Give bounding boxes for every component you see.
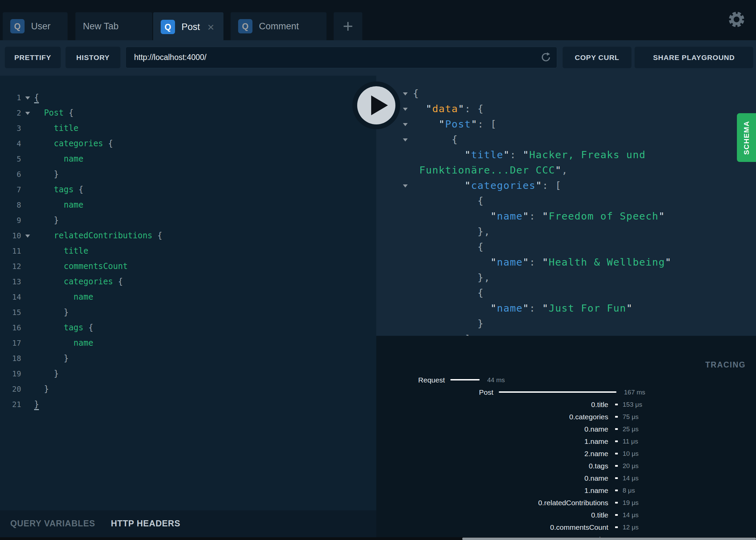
- line-number: 1: [0, 90, 21, 105]
- fold-arrow-icon[interactable]: [25, 96, 30, 100]
- fold-arrow-icon[interactable]: [25, 235, 30, 238]
- tracing-row: 0.categories13 μs: [376, 534, 756, 537]
- graphql-playground-window: Q User New Tab Q Post × Q Comment + PRET…: [0, 0, 756, 540]
- endpoint-url-value: http://localhost:4000/: [134, 53, 206, 62]
- query-code-text: {: [34, 90, 39, 105]
- tracing-duration-bar: [615, 416, 618, 418]
- prettify-button[interactable]: PRETTIFY: [5, 47, 61, 68]
- query-code-text: tags {: [34, 320, 93, 335]
- tracing-span-label: Post: [479, 386, 493, 399]
- editor-line: 11 title: [0, 243, 376, 259]
- query-code-text: }: [34, 305, 69, 320]
- share-playground-button[interactable]: SHARE PLAYGROUND: [635, 47, 753, 68]
- query-variables-tab[interactable]: QUERY VARIABLES: [10, 519, 95, 528]
- query-code-text: name: [34, 289, 93, 305]
- line-number: 2: [0, 105, 21, 121]
- query-code-text: name: [34, 197, 84, 213]
- tracing-span-label: 1.name: [584, 484, 608, 497]
- editor-line: 17 name: [0, 335, 376, 351]
- query-code-text: categories {: [34, 274, 123, 289]
- response-line: },: [376, 270, 756, 285]
- tracing-span-label: 1.name: [584, 435, 608, 448]
- editor-line: 21}: [0, 397, 376, 412]
- tracing-row: 0.categories75 μs: [376, 411, 756, 423]
- query-code-text: name: [34, 151, 84, 167]
- response-line: ]: [376, 331, 756, 336]
- fold-arrow-icon[interactable]: [403, 123, 408, 126]
- tab-user[interactable]: Q User: [3, 12, 68, 40]
- tracing-span-label: 0.title: [591, 399, 608, 411]
- http-headers-tab[interactable]: HTTP HEADERS: [111, 519, 180, 528]
- tracing-span-label: 0.categories: [569, 534, 608, 537]
- response-json-text: "data": {: [413, 101, 484, 117]
- line-number: 14: [0, 289, 21, 305]
- tab-new-tab[interactable]: New Tab: [75, 12, 152, 40]
- plus-icon: +: [343, 17, 353, 35]
- line-number: 7: [0, 182, 21, 197]
- horizontal-scrollbar[interactable]: [462, 538, 756, 540]
- tab-comment[interactable]: Q Comment: [231, 12, 326, 40]
- query-code-text: relatedContributions {: [34, 228, 162, 243]
- editor-line: 15 }: [0, 305, 376, 320]
- fold-arrow-icon[interactable]: [403, 184, 408, 188]
- tab-label: New Tab: [83, 21, 119, 32]
- tracing-row: 0.commentsCount12 μs: [376, 521, 756, 534]
- fold-arrow-icon[interactable]: [403, 138, 408, 141]
- response-json-text: "name": "Health & Wellbeing": [413, 255, 671, 270]
- query-badge: Q: [161, 20, 175, 34]
- response-line: "title": "Hacker, Freaks und: [376, 147, 756, 163]
- response-json-text: "name": "Just For Fun": [413, 301, 633, 316]
- tracing-span-duration: 13 μs: [623, 534, 639, 537]
- query-editor[interactable]: 1{2 Post {3 title4 categories {5 name6 }…: [0, 76, 376, 510]
- query-badge: Q: [10, 19, 25, 33]
- tab-label: User: [31, 21, 50, 32]
- settings-gear-icon[interactable]: [727, 10, 746, 29]
- line-number: 4: [0, 136, 21, 151]
- tracing-row: 0.relatedContributions19 μs: [376, 497, 756, 509]
- tracing-span-duration: 19 μs: [623, 497, 639, 509]
- editor-line: 6 }: [0, 167, 376, 182]
- history-button[interactable]: HISTORY: [66, 47, 120, 68]
- add-tab-button[interactable]: +: [334, 12, 362, 40]
- tracing-duration-bar: [615, 514, 618, 516]
- endpoint-url-input[interactable]: http://localhost:4000/: [126, 47, 557, 68]
- query-code-text: }: [34, 366, 59, 381]
- tracing-duration-bar: [499, 391, 616, 393]
- tracing-duration-bar: [615, 404, 618, 405]
- line-number: 10: [0, 228, 21, 243]
- tracing-span-label: 0.title: [591, 509, 608, 521]
- line-number: 18: [0, 351, 21, 366]
- copy-curl-button[interactable]: COPY CURL: [563, 47, 631, 68]
- response-line: "data": {: [376, 101, 756, 117]
- tracing-span-label: 0.name: [584, 472, 608, 484]
- schema-side-tab[interactable]: SCHEMA: [737, 113, 756, 162]
- tab-post[interactable]: Q Post ×: [153, 12, 223, 42]
- editor-line: 9 }: [0, 213, 376, 228]
- tracing-span-label: 0.categories: [569, 411, 608, 423]
- execute-query-play-button[interactable]: [351, 80, 402, 131]
- close-icon[interactable]: ×: [207, 21, 214, 33]
- tracing-duration-bar: [615, 465, 618, 467]
- query-code-text: }: [34, 397, 39, 412]
- response-json-text: "name": "Freedom of Speech": [413, 209, 665, 224]
- response-line: {: [376, 193, 756, 209]
- tracing-span-label: 0.tags: [589, 460, 608, 472]
- response-json-text: },: [413, 270, 491, 285]
- fold-arrow-icon[interactable]: [403, 108, 408, 111]
- editor-line: 4 categories {: [0, 136, 376, 151]
- query-code-text: Post {: [34, 105, 74, 121]
- response-line: {: [376, 86, 756, 101]
- editor-line: 1{: [0, 90, 376, 105]
- query-code-text: name: [34, 335, 93, 351]
- tab-bar: Q User New Tab Q Post × Q Comment +: [0, 0, 756, 40]
- tracing-span-duration: 44 ms: [487, 374, 505, 386]
- fold-arrow-icon[interactable]: [403, 92, 408, 95]
- editor-line: 5 name: [0, 151, 376, 167]
- fold-arrow-icon[interactable]: [25, 112, 30, 115]
- editor-line: 8 name: [0, 197, 376, 213]
- response-line: "Post": [: [376, 117, 756, 132]
- editor-line: 10 relatedContributions {: [0, 228, 376, 243]
- refresh-schema-icon[interactable]: [540, 51, 552, 64]
- response-line: {: [376, 285, 756, 301]
- tracing-row: 0.tags20 μs: [376, 460, 756, 472]
